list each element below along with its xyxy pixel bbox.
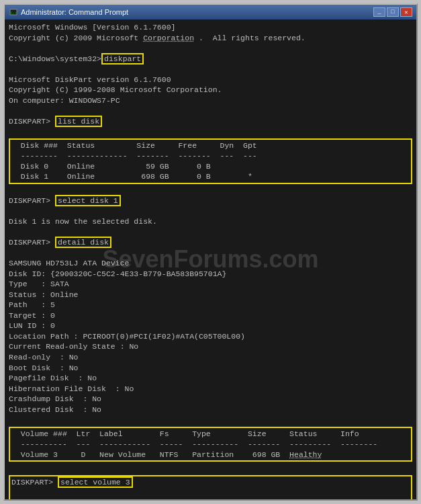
select-volume-section: DISKPART> select volume 3 Volume 3 is th… xyxy=(9,475,412,499)
line-pagefile: Pagefile Disk : No xyxy=(9,373,412,384)
volume-table: Volume ### Ltr Label Fs Type Size Status… xyxy=(9,427,412,462)
line-lun: LUN ID : 0 xyxy=(9,321,412,331)
line-select-vol-cmd: DISKPART> select volume 3 xyxy=(11,477,410,488)
vol-separator: ---------- --- ----------- ----- -------… xyxy=(11,439,410,450)
line-blank-5 xyxy=(9,185,412,196)
line-copyright: Copyright (c) 2009 Microsoft Corporation… xyxy=(9,33,412,44)
line-type: Type : SATA xyxy=(9,279,412,290)
table-separator: -------- ------------- ------- ------- -… xyxy=(11,151,410,161)
line-path: Path : 5 xyxy=(9,300,412,310)
line-select-disk-cmd: DISKPART> select disk 1 xyxy=(9,196,412,206)
line-blank-3 xyxy=(9,106,412,116)
window-controls: _ □ ✕ xyxy=(373,7,412,17)
line-blank-11 xyxy=(11,487,410,498)
line-boot: Boot Disk : No xyxy=(9,363,412,374)
line-target: Target : 0 xyxy=(9,310,412,321)
line-clustered: Clustered Disk : No xyxy=(9,405,412,415)
disk0-row: Disk 0 Online 59 GB 0 B xyxy=(11,161,410,172)
line-blank-6 xyxy=(9,206,412,217)
line-crashdump: Crashdump Disk : No xyxy=(9,394,412,405)
line-disk-selected: Disk 1 is now the selected disk. xyxy=(9,216,412,227)
line-diskpart-cmd: C:\Windows\system32>diskpart xyxy=(9,54,412,65)
volume3-row: Volume 3 D New Volume NTFS Partition 698… xyxy=(11,450,410,460)
line-readonly-state: Current Read-only State : No xyxy=(9,341,412,352)
line-windows-version: Microsoft Windows [Version 6.1.7600] xyxy=(9,22,412,33)
list-disk-command: list disk xyxy=(55,116,102,127)
line-diskpart-version: Microsoft DiskPart version 6.1.7600 xyxy=(9,75,412,85)
window-icon: C:\ xyxy=(9,7,18,17)
line-detail-disk-cmd: DISKPART> detail disk xyxy=(9,237,412,248)
select-disk-command: select disk 1 xyxy=(55,195,121,206)
vol-header: Volume ### Ltr Label Fs Type Size Status… xyxy=(11,429,410,439)
line-blank-9 xyxy=(9,415,412,425)
command-prompt-window: C:\ Administrator: Command Prompt _ □ ✕ … xyxy=(3,3,418,501)
line-location: Location Path : PCIROOT(0)#PCI(1F02)#ATA… xyxy=(9,331,412,342)
disk-table: Disk ### Status Size Free Dyn Gpt ------… xyxy=(9,138,412,184)
line-blank-1 xyxy=(9,43,412,54)
line-diskpart-copyright: Copyright (C) 1999-2008 Microsoft Corpor… xyxy=(9,85,412,95)
close-button[interactable]: ✕ xyxy=(400,7,412,17)
select-volume-command: select volume 3 xyxy=(58,476,133,488)
line-computer: On computer: WINDOWS7-PC xyxy=(9,95,412,106)
line-blank-8 xyxy=(9,248,412,259)
maximize-button[interactable]: □ xyxy=(387,7,399,17)
console-output[interactable]: SevenForums.com Microsoft Windows [Versi… xyxy=(5,19,416,499)
minimize-button[interactable]: _ xyxy=(373,7,385,17)
line-status: Status : Online xyxy=(9,290,412,300)
line-readonly: Read-only : No xyxy=(9,352,412,363)
line-list-disk-cmd: DISKPART> list disk xyxy=(9,116,412,127)
line-blank-10 xyxy=(9,463,412,474)
diskpart-command: diskpart xyxy=(101,53,144,65)
svg-text:C:\: C:\ xyxy=(11,11,17,15)
line-volume-selected: Volume 3 is the selected volume. xyxy=(11,498,410,499)
disk1-row: Disk 1 Online 698 GB 0 B * xyxy=(11,171,410,182)
window-title: Administrator: Command Prompt xyxy=(21,8,373,16)
line-blank-4 xyxy=(9,126,412,137)
line-hibernation: Hibernation File Disk : No xyxy=(9,384,412,394)
line-blank-2 xyxy=(9,64,412,75)
detail-disk-command: detail disk xyxy=(55,237,111,248)
line-blank-7 xyxy=(9,227,412,238)
table-header: Disk ### Status Size Free Dyn Gpt xyxy=(11,140,410,151)
title-bar: C:\ Administrator: Command Prompt _ □ ✕ xyxy=(5,5,416,19)
line-disk-id: Disk ID: {2900320C-C5C2-4E33-B779-BA583B… xyxy=(9,269,412,280)
line-disk-model: SAMSUNG HD753LJ ATA Device xyxy=(9,258,412,269)
